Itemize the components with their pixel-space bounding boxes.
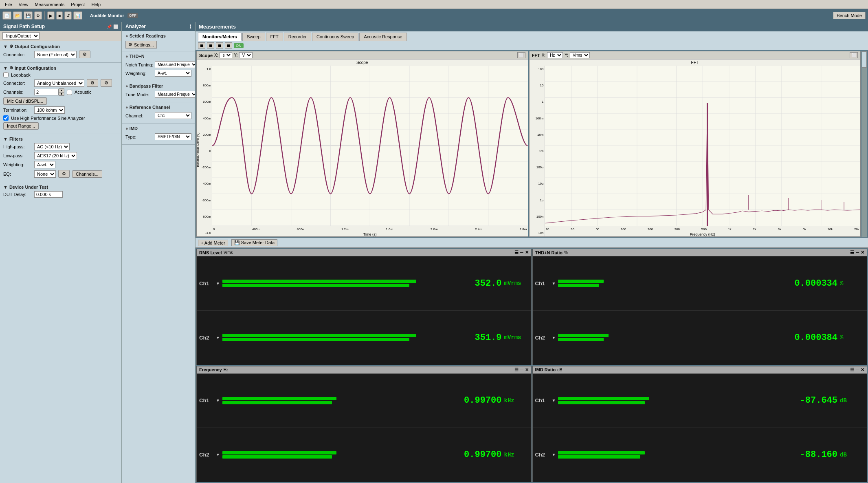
termination-select[interactable]: 100 kohm: [34, 106, 65, 114]
tab-fft[interactable]: FFT: [266, 33, 283, 41]
thdn-ratio-header-icons: ☰ ─ ✕: [850, 250, 864, 255]
thdn-weighting-select[interactable]: A-wt.: [155, 70, 191, 77]
fft-expand-btn[interactable]: ⬜: [850, 52, 858, 58]
mic-cal-btn[interactable]: Mic Cal / dBSPL...: [3, 97, 47, 105]
tune-row: Tune Mode: Measured Freque: [125, 91, 191, 98]
spin-down[interactable]: ▼: [59, 92, 64, 96]
input-collapse-icon[interactable]: ▼: [3, 66, 8, 71]
meters-grid: RMS Level Vrms ☰ ─ ✕ Ch1 ▼: [196, 248, 868, 483]
frequency-ch2-dropdown[interactable]: ▼: [216, 452, 220, 457]
sub-toolbar-btn1[interactable]: ◼: [198, 42, 205, 49]
input-connector-select[interactable]: Analog Unbalanced: [34, 79, 84, 87]
off-badge: OFF: [127, 13, 138, 18]
thdn-ratio-min-icon[interactable]: ─: [856, 250, 859, 255]
scope-expand-btn[interactable]: ⬜: [517, 52, 525, 58]
add-meter-btn[interactable]: + Add Meter: [198, 240, 228, 246]
imd-type-select[interactable]: SMPTE/DIN: [155, 133, 191, 140]
input-range-btn[interactable]: Input Range...: [3, 122, 39, 130]
analyzer-expand-icon[interactable]: ⟩: [189, 24, 191, 29]
tab-sweep[interactable]: Sweep: [242, 33, 265, 41]
thdn-ch2-dropdown[interactable]: ▼: [552, 335, 556, 340]
toolbar-log[interactable]: 📊: [73, 11, 82, 20]
menu-help[interactable]: Help: [88, 1, 104, 8]
toolbar-new[interactable]: 📄: [2, 11, 11, 20]
bench-mode-button[interactable]: Bench Mode: [833, 12, 866, 19]
imd-ratio-menu-icon[interactable]: ☰: [850, 367, 854, 373]
sub-toolbar-btn2[interactable]: ◼: [207, 42, 214, 49]
toolbar-stop[interactable]: ■: [56, 11, 63, 20]
frequency-menu-icon[interactable]: ☰: [514, 367, 519, 373]
filters-section: ▼ Filters High-pass: AC (<10 Hz) Low-pas…: [0, 134, 121, 182]
rms-menu-icon[interactable]: ☰: [514, 250, 519, 255]
charts-scroll-thumb[interactable]: [862, 51, 867, 68]
tune-label: Tune Mode:: [125, 92, 153, 97]
frequency-close-icon[interactable]: ✕: [525, 367, 529, 373]
spin-up[interactable]: ▲: [59, 88, 64, 92]
output-connector-select[interactable]: None (External): [34, 51, 77, 58]
menu-view[interactable]: View: [15, 1, 32, 8]
settings-btn[interactable]: ⚙ Settings...: [125, 41, 157, 49]
high-perf-checkbox[interactable]: [3, 115, 9, 121]
input-output-select[interactable]: Input/Output: [2, 32, 40, 40]
menu-measurements[interactable]: Measurements: [31, 1, 68, 8]
highpass-select[interactable]: AC (<10 Hz): [34, 143, 70, 150]
channels-btn[interactable]: Channels...: [72, 170, 102, 178]
rms-min-icon[interactable]: ─: [520, 250, 523, 255]
tab-recorder[interactable]: Recorder: [284, 33, 311, 41]
thdn-ratio-menu-icon[interactable]: ☰: [850, 250, 854, 255]
scope-y-select[interactable]: V: [239, 52, 253, 58]
save-meter-btn[interactable]: 💾 Save Meter Data: [231, 239, 278, 246]
tune-select[interactable]: Measured Freque: [155, 91, 196, 98]
imd-ch2-dropdown[interactable]: ▼: [552, 452, 556, 457]
tab-monitors-meters[interactable]: Monitors/Meters: [198, 33, 242, 41]
notch-select[interactable]: Measured Freque: [155, 61, 196, 68]
rms-close-icon[interactable]: ✕: [525, 250, 529, 255]
dut-delay-row: DUT Delay:: [3, 191, 118, 198]
channels-spinner[interactable]: ▲ ▼: [34, 88, 64, 96]
charts-scrollbar[interactable]: [861, 51, 867, 237]
fft-x-select[interactable]: Hz: [547, 52, 563, 58]
sub-toolbar-btn3[interactable]: ◼: [216, 42, 223, 49]
channels-input[interactable]: [34, 89, 59, 95]
imd-ratio-close-icon[interactable]: ✕: [861, 367, 864, 373]
tab-acoustic-response[interactable]: Acoustic Response: [359, 33, 407, 41]
toolbar-settings[interactable]: ⚙: [34, 11, 42, 20]
imd-ch1-dropdown[interactable]: ▼: [552, 398, 556, 403]
loopback-checkbox[interactable]: [3, 72, 9, 77]
output-connector-config-btn[interactable]: ⚙: [79, 51, 90, 58]
frequency-ch1-dropdown[interactable]: ▼: [216, 398, 220, 403]
scope-x-select[interactable]: s: [220, 52, 232, 58]
filters-collapse-icon[interactable]: ▼: [3, 137, 8, 141]
rms-ch2-bar2: [222, 338, 409, 341]
toolbar-repeat[interactable]: ↺: [64, 11, 72, 20]
eq-config-btn[interactable]: ⚙: [58, 170, 70, 178]
rms-ch1-dropdown[interactable]: ▼: [216, 281, 220, 286]
toolbar-run[interactable]: ▶: [47, 11, 55, 20]
dut-delay-input[interactable]: [34, 191, 63, 198]
output-collapse-icon[interactable]: ▼: [3, 44, 8, 49]
tab-continuous-sweep[interactable]: Continuous Sweep: [312, 33, 358, 41]
input-connector-btn1[interactable]: ⚙: [87, 79, 98, 87]
toolbar-save[interactable]: 💾: [24, 11, 33, 20]
left-panel-icon-pin[interactable]: 📌: [107, 24, 112, 29]
lowpass-select[interactable]: AES17 (20 kHz): [34, 152, 77, 159]
frequency-ch2-bar2: [222, 455, 332, 459]
input-connector-btn2[interactable]: ⚙: [101, 79, 112, 87]
rms-ch2-dropdown[interactable]: ▼: [216, 335, 220, 340]
toolbar-open[interactable]: 📂: [13, 11, 22, 20]
sub-toolbar-btn4[interactable]: ◼: [225, 42, 232, 49]
dut-collapse-icon[interactable]: ▼: [3, 185, 8, 190]
menu-project[interactable]: Project: [68, 1, 88, 8]
thdn-ratio-close-icon[interactable]: ✕: [861, 250, 864, 255]
frequency-min-icon[interactable]: ─: [520, 367, 523, 373]
weighting-select[interactable]: A-wt.: [34, 161, 55, 168]
rms-ch1-bar2: [222, 284, 409, 287]
imd-ratio-min-icon[interactable]: ─: [856, 367, 859, 373]
thdn-ch1-dropdown[interactable]: ▼: [552, 281, 556, 286]
menu-file[interactable]: File: [2, 1, 15, 8]
channel-select[interactable]: Ch1: [155, 112, 191, 119]
fft-y-select[interactable]: Vrms: [570, 52, 590, 58]
acoustic-checkbox[interactable]: [67, 90, 72, 95]
left-panel-icon-resize[interactable]: ⬜: [113, 24, 118, 29]
eq-select[interactable]: None: [34, 170, 56, 178]
